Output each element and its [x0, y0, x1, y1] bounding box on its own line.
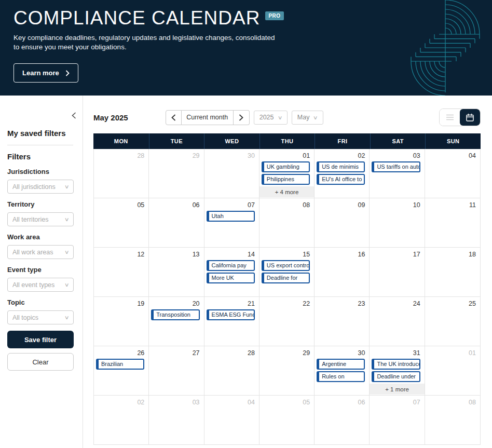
day-header: SAT: [370, 133, 426, 149]
day-number: 27: [193, 346, 204, 359]
calendar-main: May 2025 Current month 2025 ∨ May: [83, 96, 492, 448]
topic-label: Topic: [7, 298, 73, 306]
day-number: 01: [469, 346, 480, 359]
page-title: COMPLIANCE CALENDAR: [13, 8, 260, 29]
day-number: 04: [469, 149, 480, 161]
day-cell: 03US tariffs on auto: [370, 149, 425, 198]
event-chip[interactable]: EU's AI office to: [317, 174, 365, 185]
day-cell: 06: [315, 396, 370, 444]
day-number: 26: [137, 346, 148, 359]
day-number: 25: [469, 297, 480, 309]
week-row: 121314California payMore UK15US export c…: [94, 248, 480, 297]
day-cell: 08: [259, 198, 315, 247]
sidebar-collapse-button[interactable]: [71, 111, 77, 121]
day-number: 29: [303, 346, 314, 359]
day-cell: 29: [259, 346, 315, 395]
filters-sidebar: My saved filters Filters Jurisdictions A…: [0, 96, 83, 448]
jurisdictions-select[interactable]: All jurisdictions ∨: [7, 180, 74, 194]
year-select[interactable]: 2025 ∨: [254, 111, 288, 125]
event-chip[interactable]: Deadline for: [262, 273, 310, 283]
day-number: 02: [137, 396, 148, 408]
event-chip[interactable]: US tariffs on auto: [372, 161, 420, 172]
chevron-down-icon: ∨: [313, 115, 318, 120]
day-number: 21: [248, 297, 259, 309]
event-chip[interactable]: UK gambling: [262, 161, 310, 172]
event-chip[interactable]: Brazilian: [96, 359, 144, 370]
more-events-button[interactable]: + 4 more: [259, 186, 314, 197]
chevron-left-icon: [171, 114, 176, 121]
event-chip[interactable]: Transposition: [151, 309, 199, 320]
event-chip[interactable]: ESMA ESG Fund: [207, 309, 255, 320]
day-number: 10: [413, 198, 425, 211]
event-chip[interactable]: Argentine: [317, 359, 365, 370]
work-area-select-value: All work areas: [12, 249, 65, 256]
day-cell: 11: [425, 198, 480, 247]
current-month-button[interactable]: Current month: [182, 110, 234, 125]
month-select-value: May: [297, 114, 310, 121]
month-title: May 2025: [93, 113, 128, 122]
learn-more-button[interactable]: Learn more: [13, 63, 78, 83]
day-cell: 24: [370, 297, 425, 346]
sidebar-divider: [7, 145, 73, 145]
day-cell: 07: [370, 396, 425, 444]
event-chip[interactable]: Deadline under: [372, 371, 420, 382]
day-cell: 22: [259, 297, 315, 346]
day-number: 13: [193, 248, 204, 260]
list-view-button[interactable]: [440, 109, 460, 126]
day-header: MON: [93, 133, 149, 149]
event-chip[interactable]: California pay: [207, 260, 255, 271]
day-cell: 31The UK introducesDeadline under+ 1 mor…: [370, 346, 425, 395]
hero-header: COMPLIANCE CALENDAR PRO Key compliance d…: [0, 0, 492, 96]
event-chip[interactable]: US export control: [262, 260, 310, 271]
page-subtitle: Key compliance deadlines, regulatory upd…: [13, 33, 276, 52]
event-chip[interactable]: US de minimis: [317, 161, 365, 172]
event-chip[interactable]: Utah: [207, 211, 255, 222]
day-header: THU: [259, 133, 315, 149]
work-area-select[interactable]: All work areas ∨: [7, 245, 74, 259]
day-cell: 27: [149, 346, 204, 395]
week-row: 02030405060708: [94, 396, 480, 445]
day-header: WED: [204, 133, 259, 149]
day-number: 31: [413, 346, 425, 359]
month-select[interactable]: May ∨: [292, 111, 323, 125]
day-number: 28: [248, 346, 259, 359]
day-cell: 06: [149, 198, 204, 247]
calendar-view-button[interactable]: [460, 109, 480, 126]
event-type-label: Event type: [7, 266, 73, 274]
chevron-down-icon: ∨: [64, 216, 69, 222]
day-cell: 10: [370, 198, 425, 247]
event-chip[interactable]: The UK introduces: [372, 359, 420, 370]
day-header: SUN: [425, 133, 481, 149]
event-chip[interactable]: Philippines: [262, 174, 310, 185]
event-chip[interactable]: Rules on: [317, 371, 365, 382]
save-filter-button[interactable]: Save filter: [7, 331, 74, 348]
day-header: TUE: [149, 133, 204, 149]
week-row: 050607Utah08091011: [94, 198, 480, 248]
chevron-down-icon: ∨: [277, 115, 282, 120]
week-row: 26Brazilian27282930ArgentineRules on31Th…: [94, 346, 480, 396]
day-cell: 08: [425, 396, 480, 444]
previous-month-button[interactable]: [166, 110, 182, 125]
jurisdictions-label: Jurisdictions: [7, 168, 73, 175]
event-type-select[interactable]: All event types ∨: [7, 278, 74, 292]
week-row: 28293001UK gamblingPhilippines+ 4 more02…: [94, 149, 480, 198]
event-chip[interactable]: More UK: [207, 273, 255, 283]
month-nav-group: Current month: [166, 110, 250, 125]
chevron-down-icon: ∨: [64, 249, 69, 255]
territory-select[interactable]: All territories ∨: [7, 212, 74, 226]
day-cell: 28: [204, 346, 259, 395]
filter-group-work-area: Work area All work areas ∨: [7, 233, 73, 259]
day-number: 30: [248, 149, 259, 161]
more-events-button[interactable]: + 1 more: [370, 384, 424, 395]
day-number: 17: [413, 248, 425, 260]
day-cell: 02: [94, 396, 149, 444]
list-icon: [446, 114, 454, 121]
day-number: 06: [193, 198, 204, 211]
topic-select[interactable]: All topics ∨: [7, 310, 74, 324]
filter-group-topic: Topic All topics ∨: [7, 298, 73, 324]
clear-button[interactable]: Clear: [7, 353, 74, 371]
next-month-button[interactable]: [234, 110, 250, 125]
calendar-toolbar: May 2025 Current month 2025 ∨ May: [93, 109, 481, 126]
day-cell: 04: [204, 396, 259, 444]
day-cell: 01UK gamblingPhilippines+ 4 more: [259, 149, 315, 198]
